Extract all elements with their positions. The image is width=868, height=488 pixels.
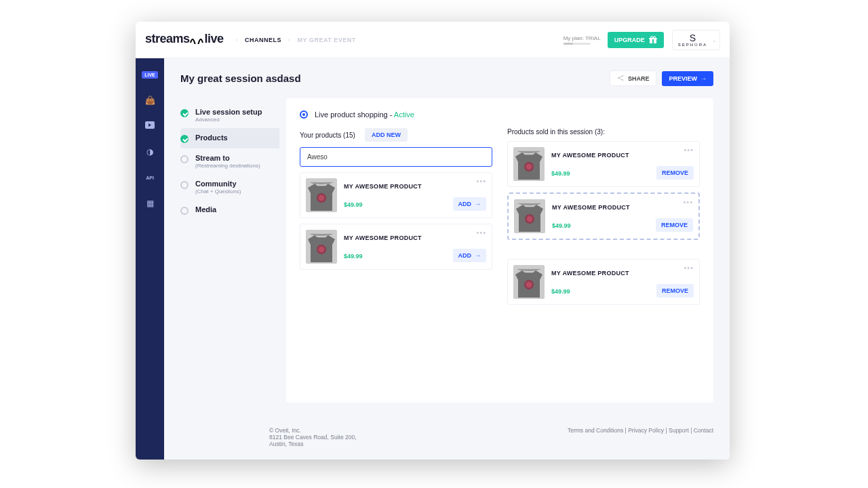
product-name: MY AWESOME PRODUCT	[344, 235, 446, 241]
sold-products-count: Products sold in this session (3):	[507, 128, 605, 136]
step-dot-icon	[180, 207, 189, 215]
product-thumb	[513, 265, 545, 299]
svg-point-6	[618, 77, 620, 79]
product-price: $49.99	[552, 222, 649, 229]
page-title: My great session asdasd	[180, 73, 301, 84]
product-price: $49.99	[344, 253, 446, 260]
product-card: MY AWESOME PRODUCT$49.99•••ADD →	[300, 224, 492, 270]
chevron-right-icon: ›	[236, 37, 239, 43]
section-heading: Live product shopping - Active	[315, 110, 414, 119]
sound-wave-icon	[190, 33, 205, 47]
brand-selector[interactable]: S SEPHORA ⌄	[672, 30, 720, 50]
radio-checked-icon	[300, 110, 308, 119]
rail-play[interactable]	[142, 119, 157, 133]
footer-link[interactable]: Contact	[694, 427, 713, 434]
step-dot-icon	[180, 135, 189, 143]
plan-indicator: My plan: TRIAL	[564, 35, 601, 45]
rail-qr[interactable]: ▦	[142, 197, 157, 210]
product-thumb	[306, 230, 337, 264]
more-icon[interactable]: •••	[476, 180, 486, 184]
remove-button[interactable]: REMOVE	[656, 166, 694, 180]
add-button[interactable]: ADD →	[453, 249, 487, 262]
upgrade-button[interactable]: UPGRADE	[608, 32, 664, 48]
chevron-down-icon: ⌄	[712, 37, 717, 43]
gift-icon	[649, 36, 657, 44]
svg-rect-1	[652, 39, 654, 43]
product-thumb	[306, 178, 337, 212]
svg-point-7	[622, 75, 624, 77]
logo: streamslive	[136, 32, 224, 47]
share-icon	[617, 75, 625, 82]
step-dot-icon	[180, 109, 189, 117]
more-icon[interactable]: •••	[684, 148, 694, 152]
step-sub: (Restreaming destinations)	[195, 163, 260, 169]
step-item[interactable]: Products	[180, 128, 279, 148]
step-dot-icon	[180, 181, 189, 189]
steps-nav: Live session setupAdvancedProductsStream…	[164, 98, 279, 418]
product-card: MY AWESOME PRODUCT$49.99•••REMOVE	[507, 192, 700, 240]
play-icon	[145, 121, 155, 131]
footer-copyright: © Oveit, Inc.	[269, 427, 357, 434]
step-item[interactable]: Media	[180, 200, 279, 220]
live-badge-icon: LIVE	[142, 71, 158, 79]
product-card: MY AWESOME PRODUCT$49.99•••REMOVE	[507, 259, 700, 305]
add-button[interactable]: ADD →	[453, 197, 487, 211]
product-card: MY AWESOME PRODUCT$49.99•••ADD →	[300, 172, 492, 218]
your-products-count: Your products (15)	[300, 131, 355, 139]
arrow-right-icon: →	[475, 201, 481, 207]
step-dot-icon	[180, 155, 189, 163]
more-icon[interactable]: •••	[683, 201, 693, 205]
arrow-right-icon: →	[701, 75, 707, 82]
add-new-button[interactable]: ADD NEW	[365, 128, 408, 142]
more-icon[interactable]: •••	[476, 231, 486, 235]
step-item[interactable]: Live session setupAdvanced	[180, 102, 279, 128]
footer-addr2: Austin, Texas	[269, 441, 357, 447]
share-button[interactable]: SHARE	[610, 70, 657, 86]
product-card: MY AWESOME PRODUCT$49.99•••REMOVE	[507, 141, 700, 187]
step-item[interactable]: Stream to(Restreaming destinations)	[180, 148, 279, 174]
step-item[interactable]: Community(Chat + Questions)	[180, 174, 279, 200]
product-thumb	[513, 147, 545, 181]
rail-api[interactable]: API	[142, 171, 157, 184]
step-label: Media	[195, 205, 216, 214]
svg-rect-2	[649, 38, 657, 39]
chevron-right-icon: ›	[288, 37, 291, 43]
preview-button[interactable]: PREVIEW →	[662, 71, 713, 86]
rail-live[interactable]: LIVE	[142, 68, 157, 81]
rail-moon[interactable]: ◑	[142, 145, 157, 159]
crumb-channels[interactable]: CHANNELS	[245, 37, 281, 43]
product-search-input[interactable]	[300, 147, 492, 167]
qr-icon: ▦	[146, 199, 154, 208]
footer-link[interactable]: Privacy Policy	[628, 427, 664, 434]
remove-button[interactable]: REMOVE	[656, 218, 693, 232]
arrow-right-icon: →	[475, 252, 481, 259]
brand-logo-icon: S	[690, 33, 696, 43]
footer-addr1: 8121 Bee Caves Road, Suite 200,	[269, 434, 357, 441]
sidebar-rail: LIVE 👜 ◑ API ▦	[136, 58, 164, 460]
remove-button[interactable]: REMOVE	[656, 284, 694, 298]
step-label: Products	[195, 134, 228, 142]
footer-link[interactable]: Terms and Conditions	[568, 427, 623, 434]
footer-link[interactable]: Support	[669, 427, 689, 434]
step-sub: (Chat + Questions)	[195, 188, 241, 195]
product-name: MY AWESOME PRODUCT	[344, 183, 446, 190]
api-icon: API	[146, 176, 154, 180]
content-card: Live product shopping - Active Your prod…	[286, 98, 713, 403]
product-price: $49.99	[551, 288, 650, 295]
product-name: MY AWESOME PRODUCT	[551, 270, 650, 277]
product-name: MY AWESOME PRODUCT	[551, 152, 650, 159]
product-price: $49.99	[344, 201, 446, 208]
more-icon[interactable]: •••	[684, 266, 694, 270]
svg-point-8	[622, 79, 624, 81]
step-label: Community	[195, 180, 241, 188]
step-label: Stream to	[195, 154, 260, 162]
rail-shop[interactable]: 👜	[142, 94, 157, 107]
product-name: MY AWESOME PRODUCT	[552, 204, 649, 211]
product-thumb	[514, 199, 545, 233]
crumb-event[interactable]: MY GREAT EVENT	[298, 37, 356, 43]
footer: © Oveit, Inc. 8121 Bee Caves Road, Suite…	[164, 418, 730, 460]
moon-icon: ◑	[146, 147, 153, 157]
bag-icon: 👜	[145, 96, 155, 105]
svg-point-4	[653, 36, 655, 38]
svg-point-3	[650, 36, 652, 38]
